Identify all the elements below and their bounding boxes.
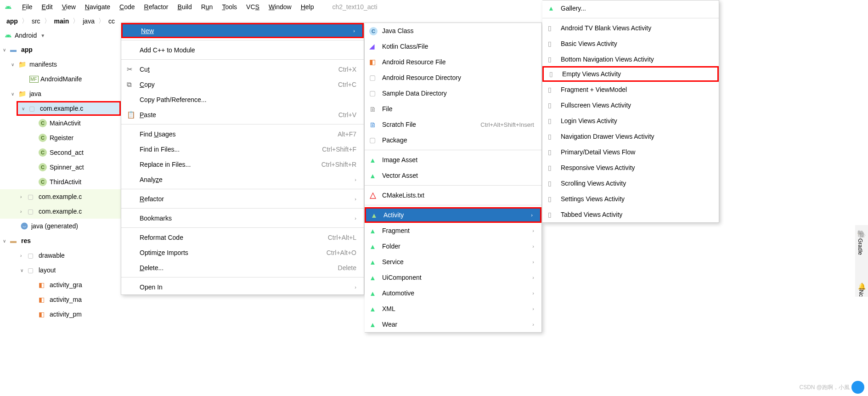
tree-class-main[interactable]: C MainActivit — [0, 116, 121, 130]
tree-res[interactable]: ∨ ▬ res — [0, 233, 121, 248]
new-xml[interactable]: ▲ XML › — [365, 301, 541, 317]
new-automotive[interactable]: ▲ Automotive › — [365, 285, 541, 301]
tree-app[interactable]: ∨ ▬ app — [0, 42, 121, 57]
new-java-class[interactable]: C Java Class — [365, 23, 541, 39]
watermark: CSDN @跑啊，小風 — [799, 384, 850, 391]
menu-edit[interactable]: Edit — [37, 1, 57, 12]
phone-icon: ▯ — [548, 148, 552, 156]
tree-android-manifest[interactable]: MF AndroidManife — [0, 72, 121, 86]
menu-copy-path[interactable]: Copy Path/Reference... — [121, 92, 364, 107]
menu-bookmarks[interactable]: Bookmarks › — [121, 210, 364, 226]
new-scratch-file[interactable]: 🗎 Scratch File Ctrl+Alt+Shift+Insert — [365, 117, 541, 132]
crumb-pkg[interactable]: cc — [107, 17, 117, 26]
new-kotlin-class[interactable]: ◢ Kotlin Class/File — [365, 39, 541, 54]
new-wear[interactable]: ▲ Wear › — [365, 317, 541, 332]
activity-bottom-nav[interactable]: ▯ Bottom Navigation Views Activity — [542, 51, 719, 67]
menu-delete[interactable]: Delete... Delete — [121, 260, 364, 275]
menu-tools[interactable]: Tools — [217, 1, 242, 12]
activity-empty-views[interactable]: ▯ Empty Views Activity — [542, 66, 719, 82]
menu-navigate[interactable]: Navigate — [80, 1, 115, 12]
activity-tabbed[interactable]: ▯ Tabbed Views Activity — [542, 207, 719, 222]
menu-refactor[interactable]: Refactor — [140, 1, 173, 12]
activity-fullscreen[interactable]: ▯ Fullscreen Views Activity — [542, 97, 719, 113]
new-sample-data[interactable]: ▢ Sample Data Directory — [365, 85, 541, 101]
menu-reformat-code[interactable]: Reformat Code Ctrl+Alt+L — [121, 230, 364, 245]
new-vector-asset[interactable]: ▲ Vector Asset — [365, 168, 541, 183]
menu-code[interactable]: Code — [115, 1, 139, 12]
menu-find-in-files[interactable]: Find in Files... Ctrl+Shift+F — [121, 141, 364, 157]
phone-icon: ▯ — [549, 70, 553, 78]
tree-java[interactable]: ∨ 📁 java — [0, 86, 121, 101]
menu-run[interactable]: Run — [197, 1, 218, 12]
chevron-right-icon: › — [532, 322, 534, 327]
activity-login[interactable]: ▯ Login Views Activity — [542, 113, 719, 129]
activity-gallery[interactable]: ▲ Gallery... — [542, 0, 719, 16]
new-service[interactable]: ▲ Service › — [365, 254, 541, 270]
tree-layout-pm[interactable]: ◧ activity_pm — [0, 307, 121, 322]
new-package[interactable]: ▢ Package — [365, 132, 541, 148]
crumb-java[interactable]: java — [81, 17, 96, 26]
menu-refactor[interactable]: Refactor › — [121, 191, 364, 206]
new-image-asset[interactable]: ▲ Image Asset — [365, 152, 541, 168]
new-folder[interactable]: ▲ Folder › — [365, 238, 541, 254]
tree-test-pkg2[interactable]: › ▢ com.example.c — [0, 204, 121, 219]
activity-scrolling[interactable]: ▯ Scrolling Views Activity — [542, 175, 719, 191]
tree-class-spinner[interactable]: C Spinner_act — [0, 160, 121, 175]
activity-fragment-viewmodel[interactable]: ▯ Fragment + ViewModel — [542, 82, 719, 97]
activity-responsive[interactable]: ▯ Responsive Views Activity — [542, 160, 719, 175]
menu-open-in[interactable]: Open In › — [121, 279, 364, 294]
crumb-src[interactable]: src — [30, 17, 42, 26]
menu-view[interactable]: View — [57, 1, 80, 12]
new-cmakelists[interactable]: CMakeLists.txt — [365, 187, 541, 203]
tree-class-second[interactable]: C Second_act — [0, 145, 121, 160]
menu-build[interactable]: Build — [173, 1, 197, 12]
menu-add-cpp[interactable]: Add C++ to Module — [121, 42, 364, 57]
activity-primary-detail[interactable]: ▯ Primary/Detail Views Flow — [542, 144, 719, 160]
menu-vcs[interactable]: VCS — [242, 1, 264, 12]
tree-manifests[interactable]: ∨ 📁 manifests — [0, 57, 121, 72]
tree-test-pkg1[interactable]: › ▢ com.example.c — [0, 189, 121, 204]
menu-file[interactable]: File — [17, 1, 37, 12]
notifications-tab[interactable]: 🔔 Nc — [858, 283, 866, 297]
new-fragment[interactable]: ▲ Fragment › — [365, 223, 541, 238]
tree-layout-ma[interactable]: ◧ activity_ma — [0, 292, 121, 307]
xml-layout-icon: ◧ — [39, 296, 48, 303]
menu-window[interactable]: Window — [264, 1, 296, 12]
crumb-main[interactable]: main — [52, 17, 71, 26]
activity-settings[interactable]: ▯ Settings Views Activity — [542, 191, 719, 207]
sidebar-header[interactable]: Android ▼ — [0, 28, 121, 42]
new-file[interactable]: 🗎 File — [365, 101, 541, 117]
new-resource-file[interactable]: ◧ Android Resource File — [365, 54, 541, 70]
tree-class-register[interactable]: C Rgeister — [0, 130, 121, 145]
phone-icon: ▯ — [548, 40, 552, 47]
activity-nav-drawer[interactable]: ▯ Navigation Drawer Views Activity — [542, 129, 719, 144]
crumb-app[interactable]: app — [5, 17, 20, 26]
menu-find-usages[interactable]: Find Usages Alt+F7 — [121, 126, 364, 141]
new-activity[interactable]: ▲ Activity › — [365, 207, 541, 223]
menu-separator — [542, 18, 719, 18]
tree-package-selected[interactable]: ∨ ▢ com.example.c — [17, 101, 121, 116]
new-submenu: C Java Class ◢ Kotlin Class/File ◧ Andro… — [365, 23, 542, 333]
activity-basic[interactable]: ▯ Basic Views Activity — [542, 36, 719, 51]
menu-analyze[interactable]: Analyze › — [121, 172, 364, 187]
menu-copy[interactable]: ⧉ Copy Ctrl+C — [121, 77, 364, 92]
menu-replace-in-files[interactable]: Replace in Files... Ctrl+Shift+R — [121, 157, 364, 172]
gradle-tab[interactable]: 🐘 Gradle — [857, 230, 866, 255]
tree-drawable[interactable]: › ▢ drawable — [0, 248, 121, 263]
module-icon: ▬ — [10, 46, 19, 53]
tree-layout-gra[interactable]: ◧ activity_gra — [0, 277, 121, 292]
menu-optimize-imports[interactable]: Optimize Imports Ctrl+Alt+O — [121, 245, 364, 260]
new-uicomponent[interactable]: ▲ UiComponent › — [365, 270, 541, 285]
phone-icon: ▯ — [548, 180, 552, 187]
tree-java-generated[interactable]: java (generated) — [0, 219, 121, 233]
tree-class-third[interactable]: C ThirdActivit — [0, 175, 121, 189]
menu-new[interactable]: New › — [121, 23, 364, 38]
phone-icon: ▯ — [548, 133, 552, 140]
new-resource-directory[interactable]: ▢ Android Resource Directory — [365, 70, 541, 85]
activity-tv-blank[interactable]: ▯ Android TV Blank Views Activity — [542, 20, 719, 36]
menu-cut[interactable]: ✂ Cut Ctrl+X — [121, 62, 364, 77]
menu-help[interactable]: Help — [296, 1, 319, 12]
chevron-down-icon: ∨ — [3, 238, 9, 243]
tree-layout[interactable]: ∨ ▢ layout — [0, 263, 121, 277]
menu-paste[interactable]: 📋 Paste Ctrl+V — [121, 107, 364, 122]
